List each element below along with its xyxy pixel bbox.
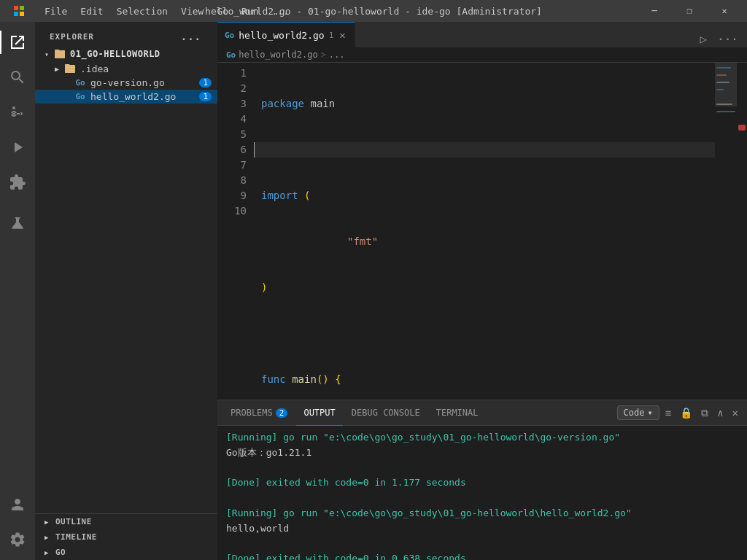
idea-folder-label: .idea: [80, 63, 109, 74]
sidebar-section-timeline[interactable]: ▶ TIMELINE: [35, 529, 217, 545]
panel-output: [Running] go run "e:\code\go\go_study\01…: [217, 426, 747, 560]
problems-badge: 2: [276, 408, 288, 418]
app-icon: [6, 0, 31, 22]
dropdown-arrow: ▾: [647, 408, 652, 418]
sidebar-header-right: ...: [179, 29, 203, 44]
panel-tab-output[interactable]: OUTPUT: [296, 400, 342, 426]
line-numbers: 1 2 3 4 5 6 7 8 9 10: [217, 63, 254, 400]
code-editor[interactable]: 1 2 3 4 5 6 7 8 9 10 package main import…: [217, 63, 747, 400]
svg-rect-5: [716, 74, 727, 76]
activity-extensions[interactable]: [0, 165, 35, 200]
tab-go-icon: Go: [225, 31, 234, 40]
menu-edit[interactable]: Edit: [74, 4, 109, 18]
output-line-9: [Done] exited with code=0 in 0.638 secon…: [226, 551, 738, 560]
panel-list-btn[interactable]: ≡: [662, 405, 674, 420]
code-content[interactable]: package main import ( "fmt" ) func main(…: [254, 63, 715, 400]
panel-close-btn[interactable]: ✕: [729, 405, 741, 420]
tab-hello-world2[interactable]: Go hello_world2.go 1 ✕: [217, 22, 355, 47]
code-line-5: ): [254, 280, 715, 295]
activity-search[interactable]: [0, 60, 35, 95]
run-button[interactable]: ▷: [697, 31, 710, 47]
tree-file-hello-world2[interactable]: ▶ Go hello_world2.go 1: [35, 90, 217, 104]
go-version-file-icon: Go: [73, 78, 88, 88]
hello-world2-file-icon: Go: [73, 92, 88, 101]
svg-rect-8: [716, 104, 732, 105]
outline-label: OUTLINE: [55, 517, 92, 526]
activity-test[interactable]: [0, 206, 35, 241]
activity-source-control[interactable]: [0, 95, 35, 130]
panel-tabs: PROBLEMS 2 OUTPUT DEBUG CONSOLE TERMINAL…: [217, 400, 747, 426]
titlebar-controls: ─ ❐ ✕: [638, 0, 741, 22]
sidebar: EXPLORER ... ▾ 01_GO-HELLOWORLD ▶: [35, 22, 217, 560]
vertical-scrollbar[interactable]: [737, 63, 747, 400]
menu-selection[interactable]: Selection: [111, 4, 174, 18]
fn-main: main: [292, 372, 317, 387]
minimap: [715, 63, 737, 400]
output-normal-1: Go版本：go1.21.1: [226, 447, 311, 458]
go-section-arrow: ▶: [41, 549, 53, 556]
panel-tab-problems[interactable]: PROBLEMS 2: [223, 400, 295, 426]
output-running-2: [Running] go run "e:\code\go\go_study\01…: [226, 508, 632, 518]
main-area: EXPLORER ... ▾ 01_GO-HELLOWORLD ▶: [0, 22, 747, 560]
output-line-8: [226, 537, 738, 552]
code-line-1: package main: [254, 96, 715, 112]
tree-file-go-version[interactable]: ▶ Go go-version.go 1: [35, 76, 217, 90]
tab-label: hello_world2.go: [239, 30, 324, 41]
menu-file[interactable]: File: [39, 4, 73, 18]
str-fmt: "fmt": [347, 234, 378, 249]
output-normal-2: hello,world: [226, 523, 289, 534]
code-line-7: func main() {: [254, 372, 715, 387]
sidebar-bottom: ▶ OUTLINE ▶ TIMELINE ▶ GO: [35, 513, 217, 560]
activity-run-debug[interactable]: [0, 130, 35, 165]
panel-lock-btn[interactable]: 🔒: [677, 405, 695, 420]
hello-world2-badge: 1: [199, 92, 212, 101]
tab-close-button[interactable]: ✕: [338, 28, 347, 42]
code-line-2: [254, 142, 715, 158]
breadcrumb: Go hello_world2.go > ...: [217, 47, 747, 63]
code-line-3: import (: [254, 188, 715, 203]
pkg-main: main: [310, 96, 335, 112]
terminal-label: TERMINAL: [436, 408, 479, 418]
output-done-1: [Done] exited with code=0 in 1.177 secon…: [226, 477, 466, 488]
restore-button[interactable]: ❐: [673, 0, 706, 22]
panel-dropdown[interactable]: Code ▾: [617, 405, 659, 420]
tree-root-folder[interactable]: ▾ 01_GO-HELLOWORLD: [35, 47, 217, 61]
tabs-more-button[interactable]: ···: [714, 31, 741, 47]
sidebar-more-button[interactable]: ...: [179, 29, 203, 44]
breadcrumb-separator: >: [321, 50, 326, 60]
panel-tab-terminal[interactable]: TERMINAL: [429, 400, 486, 426]
svg-rect-1: [20, 6, 24, 10]
activity-settings[interactable]: [0, 522, 35, 557]
tree-idea-folder[interactable]: ▶ .idea: [35, 61, 217, 76]
idea-folder-icon: [63, 63, 77, 74]
code-line-4: "fmt": [254, 234, 715, 249]
sidebar-section-go[interactable]: ▶ GO: [35, 545, 217, 560]
close-button[interactable]: ✕: [708, 0, 741, 22]
breadcrumb-more[interactable]: ...: [329, 50, 345, 60]
activity-account[interactable]: [0, 487, 35, 522]
panel-collapse-btn[interactable]: ∧: [714, 405, 726, 420]
output-line-4: [Done] exited with code=0 in 1.177 secon…: [226, 475, 738, 491]
error-decoration: [738, 125, 746, 131]
activity-explorer[interactable]: [0, 25, 35, 60]
editor-area: Go hello_world2.go 1 ✕ ▷ ··· Go hello_wo…: [217, 22, 747, 560]
output-line-7: hello,world: [226, 521, 738, 537]
kw-func: func: [261, 372, 286, 387]
activity-bottom: [0, 487, 35, 560]
minimize-button[interactable]: ─: [638, 0, 671, 22]
output-running-1: [Running] go run "e:\code\go\go_study\01…: [226, 432, 620, 443]
sidebar-section-outline[interactable]: ▶ OUTLINE: [35, 514, 217, 529]
svg-rect-7: [716, 89, 724, 90]
sidebar-title: EXPLORER: [50, 32, 94, 42]
kw-package: package: [261, 96, 304, 112]
problems-label: PROBLEMS: [231, 408, 273, 418]
panel-tab-debug-console[interactable]: DEBUG CONSOLE: [344, 400, 427, 426]
paren-open: (: [304, 188, 310, 203]
go-version-filename: go-version.go: [90, 77, 165, 88]
debug-console-label: DEBUG CONSOLE: [352, 408, 420, 418]
timeline-arrow: ▶: [41, 534, 53, 541]
breadcrumb-file[interactable]: hello_world2.go: [239, 50, 317, 60]
output-label: OUTPUT: [303, 408, 335, 418]
sidebar-header: EXPLORER ...: [35, 22, 217, 47]
panel-copy-btn[interactable]: ⧉: [698, 405, 711, 421]
